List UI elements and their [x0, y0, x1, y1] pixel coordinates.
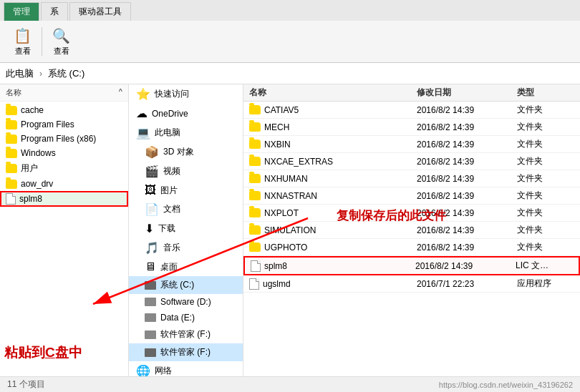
- row-name-simulation: SIMULATION: [249, 225, 417, 235]
- row-kind-nxnastran: 文件夹: [517, 190, 574, 202]
- table-row[interactable]: MECH 2016/8/2 14:39 文件夹: [243, 119, 580, 136]
- nav-3dobjects[interactable]: 📦 3D 对象: [129, 142, 243, 162]
- item-label-pfx86: Program Files (x86): [21, 134, 96, 144]
- list-item-users[interactable]: 用户: [0, 160, 128, 177]
- nav-drive-c[interactable]: 系统 (C:): [129, 276, 243, 294]
- view-label-1: 查看: [15, 46, 31, 57]
- file-icon-splm8: [251, 260, 261, 272]
- table-row[interactable]: NXBIN 2016/8/2 14:39 文件夹: [243, 136, 580, 153]
- table-row[interactable]: NXNASTRAN 2016/8/2 14:39 文件夹: [243, 187, 580, 205]
- right-panel: 名称 修改日期 类型 CATIAV5 2016/8/2 14:39 文件夹 ME…: [243, 84, 580, 376]
- view-btn-2[interactable]: 🔍 查看: [46, 24, 77, 60]
- nav-video[interactable]: 🎬 视频: [129, 162, 243, 181]
- row-label-nxcae: NXCAE_EXTRAS: [264, 157, 333, 167]
- item-label-aow: aow_drv: [21, 179, 53, 189]
- nav-label-f1: 软件管家 (F:): [160, 328, 211, 340]
- row-date-ugphoto: 2016/8/2 14:39: [417, 242, 517, 253]
- folder-icon-nxplot: [249, 208, 261, 217]
- view-btn-1[interactable]: 📋 查看: [7, 24, 38, 60]
- row-date-catiav5: 2016/8/2 14:39: [417, 105, 517, 115]
- nav-label-network: 网络: [155, 365, 172, 376]
- nav-label-d: Software (D:): [160, 297, 211, 307]
- nav-label-pictures: 图片: [160, 185, 178, 197]
- nav-drive-f1[interactable]: 软件管家 (F:): [129, 325, 243, 343]
- nav-drive-e[interactable]: Data (E:): [129, 310, 243, 325]
- pictures-icon: 🖼: [145, 184, 156, 197]
- drive-d-icon: [145, 298, 156, 306]
- list-item-programfiles[interactable]: Program Files: [0, 117, 128, 132]
- table-row[interactable]: UGPHOTO 2016/8/2 14:39 文件夹: [243, 239, 580, 256]
- nav-documents[interactable]: 📄 文档: [129, 200, 243, 219]
- nav-label-video: 视频: [163, 165, 180, 177]
- nav-label-e: Data (E:): [160, 313, 195, 323]
- folder-icon-nxbin: [249, 139, 261, 149]
- nav-downloads[interactable]: ⬇ 下载: [129, 219, 243, 238]
- folder-icon-aow: [6, 180, 17, 189]
- nav-network[interactable]: 🌐 网络: [129, 361, 243, 376]
- table-row[interactable]: SIMULATION 2016/8/2 14:39 文件夹: [243, 222, 580, 239]
- table-row[interactable]: NXCAE_EXTRAS 2016/8/2 14:39 文件夹: [243, 153, 580, 170]
- folder-icon-cache: [6, 106, 17, 115]
- view-icon-1: 📋: [14, 27, 32, 44]
- thispc-icon: 💻: [136, 126, 150, 139]
- table-row[interactable]: NXHUMAN 2016/8/2 14:39 文件夹: [243, 170, 580, 187]
- ribbon-separator: [42, 27, 42, 56]
- list-item-programfilesx86[interactable]: Program Files (x86): [0, 132, 128, 146]
- view-label-2: 查看: [54, 46, 69, 57]
- row-date-nxnastran: 2016/8/2 14:39: [417, 191, 517, 201]
- tab-drive-tools[interactable]: 驱动器工具: [69, 2, 131, 21]
- row-name-catiav5: CATIAV5: [249, 105, 417, 115]
- row-label-nxnastran: NXNASTRAN: [264, 191, 317, 201]
- folder-icon-pf: [6, 120, 17, 129]
- nav-label-3d: 3D 对象: [163, 146, 194, 158]
- nav-label-docs: 文档: [163, 203, 180, 215]
- ribbon: 管理 系 驱动器工具 📋 查看 🔍 查看: [0, 0, 580, 63]
- row-date-ugslmd: 2016/7/1 22:23: [417, 279, 517, 289]
- list-item-windows[interactable]: Windows: [0, 146, 128, 160]
- tab-manage[interactable]: 管理: [4, 2, 39, 21]
- nav-music[interactable]: 🎵 音乐: [129, 238, 243, 258]
- nav-label-thispc: 此电脑: [155, 127, 180, 139]
- table-row[interactable]: NXPLOT 2016/8/2 14:39 文件夹: [243, 205, 580, 222]
- nav-pictures[interactable]: 🖼 图片: [129, 181, 243, 200]
- item-count: 11 个项目: [7, 378, 45, 391]
- left-col-name: 名称: [6, 87, 21, 98]
- list-item-splm8-left[interactable]: splm8: [0, 191, 128, 207]
- list-item-aowdrv[interactable]: aow_drv: [0, 177, 128, 191]
- ribbon-buttons-row: 📋 查看 🔍 查看: [0, 21, 580, 62]
- row-name-mech: MECH: [249, 122, 417, 132]
- item-label-cache: cache: [21, 105, 44, 115]
- nav-drive-f2[interactable]: 软件管家 (F:): [129, 343, 243, 361]
- row-label-nxplot: NXPLOT: [264, 208, 299, 218]
- nav-label-onedrive: OneDrive: [152, 109, 188, 119]
- drive-f1-icon: [145, 330, 156, 339]
- content-area: 名称 ^ cache Program Files Program Files (…: [0, 84, 580, 376]
- folder-icon-simulation: [249, 225, 261, 235]
- table-row-splm8[interactable]: splm8 2016/8/2 14:39 LIC 文…: [243, 256, 580, 275]
- tab-system[interactable]: 系: [41, 2, 68, 21]
- row-label-splm8: splm8: [264, 261, 287, 271]
- row-kind-nxcae: 文件夹: [517, 155, 574, 167]
- row-kind-mech: 文件夹: [517, 121, 574, 133]
- row-label-catiav5: CATIAV5: [264, 105, 299, 115]
- table-row[interactable]: CATIAV5 2016/8/2 14:39 文件夹: [243, 102, 580, 119]
- row-label-mech: MECH: [264, 122, 289, 132]
- row-name-nxhuman: NXHUMAN: [249, 174, 417, 184]
- music-icon: 🎵: [145, 241, 159, 255]
- nav-onedrive[interactable]: ☁ OneDrive: [129, 104, 243, 123]
- row-date-nxhuman: 2016/8/2 14:39: [417, 174, 517, 184]
- table-row[interactable]: ugslmd 2016/7/1 22:23 应用程序: [243, 275, 580, 293]
- file-icon-splm8-left: [6, 193, 16, 205]
- nav-drive-d[interactable]: Software (D:): [129, 294, 243, 310]
- list-item-cache[interactable]: cache: [0, 103, 128, 117]
- col-header-type: 类型: [517, 87, 574, 99]
- drive-c-icon: [145, 281, 156, 290]
- folder-list: cache Program Files Program Files (x86) …: [0, 102, 128, 208]
- nav-label-music: 音乐: [163, 242, 180, 254]
- nav-desktop[interactable]: 🖥 桌面: [129, 258, 243, 276]
- row-date-splm8: 2016/8/2 14:39: [415, 261, 516, 271]
- nav-thispc[interactable]: 💻 此电脑: [129, 123, 243, 142]
- folder-icon-pfx86: [6, 134, 17, 144]
- blog-url: https://blog.csdn.net/weixin_43196262: [439, 381, 573, 389]
- nav-quickaccess[interactable]: ⭐ 快速访问: [129, 84, 243, 104]
